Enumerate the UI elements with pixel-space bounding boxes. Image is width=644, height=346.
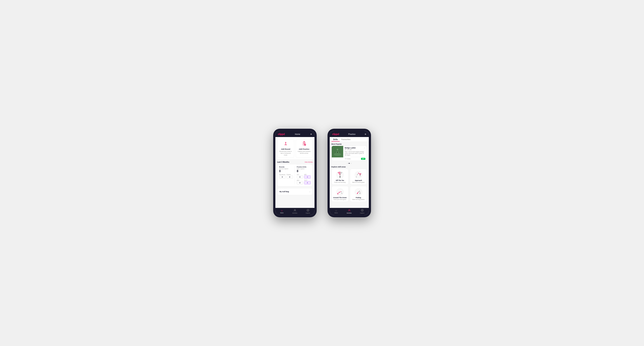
practice-activities-nav-label: Activities bbox=[347, 212, 352, 214]
practice-activities-nav-icon bbox=[348, 209, 350, 212]
dot-3 bbox=[350, 163, 351, 164]
svg-point-26 bbox=[338, 172, 338, 173]
tournament-label: Tournament bbox=[279, 174, 286, 175]
home-bottom-nav: ⌂ Home Activities bbox=[276, 208, 314, 215]
tournament-value: 0 bbox=[279, 175, 286, 178]
add-round-card[interactable]: Add Round Record your shots in fast or e… bbox=[277, 139, 294, 158]
rounds-col: Rounds Rounds Capture 0 Tournament 0 Pra… bbox=[279, 166, 293, 184]
skill-around-the-green[interactable]: Around The Green Hone your short game bbox=[332, 186, 348, 202]
rounds-capture-label: Rounds Capture bbox=[279, 168, 293, 170]
golf-bag-title: My Golf Bag bbox=[280, 191, 289, 192]
rounds-sub-stats: Tournament 0 Practice 0 bbox=[279, 174, 293, 178]
drill-card[interactable]: Wedge Ladder 50–100 yds ☆ Play 1 shot at… bbox=[332, 146, 367, 161]
svg-point-41 bbox=[360, 176, 361, 176]
practice-capture-nav-label: Capture bbox=[360, 212, 364, 214]
app-label: APP bbox=[304, 174, 310, 175]
practice-stat: Practice 0 bbox=[286, 174, 293, 178]
tournament-stat: Tournament 0 bbox=[279, 174, 286, 178]
home-screen: clippd Home ≡ bbox=[276, 131, 314, 215]
clock-icon: ⏱ bbox=[345, 158, 346, 160]
view-activity-link[interactable]: View Activity bbox=[304, 161, 312, 163]
drill-badge: APP bbox=[361, 158, 365, 160]
add-practice-desc: Capture your practice off-the-course bbox=[297, 151, 311, 154]
golf-bag-row[interactable]: My Golf Bag › bbox=[277, 188, 313, 195]
svg-marker-2 bbox=[285, 142, 286, 143]
drills-col: Practice Drills Drills Capture 8 OTT 0 A… bbox=[297, 166, 311, 184]
nav-activities[interactable]: Activities bbox=[288, 209, 302, 214]
around-the-green-desc: Hone your short game bbox=[334, 199, 346, 200]
dot-1 bbox=[347, 163, 348, 164]
svg-point-57 bbox=[360, 193, 360, 194]
capture-nav-label: Capture bbox=[306, 212, 310, 214]
putting-icon bbox=[354, 188, 362, 196]
rounds-title: Rounds bbox=[279, 166, 293, 168]
svg-rect-3 bbox=[284, 145, 287, 145]
drill-header: Wedge Ladder 50–100 yds ☆ bbox=[345, 147, 365, 151]
home-menu-icon[interactable]: ≡ bbox=[310, 133, 312, 136]
stats-card: Rounds Rounds Capture 0 Tournament 0 Pra… bbox=[277, 164, 313, 186]
arg-label: ARG bbox=[297, 180, 303, 181]
drill-shots: ⏱ 9 shots bbox=[345, 158, 351, 160]
practice-content: Most Popular bbox=[330, 142, 369, 208]
skill-approach[interactable]: Approach Dial-in to hit the green bbox=[350, 169, 367, 184]
skill-off-the-tee[interactable]: Off The Tee Power and accuracy bbox=[332, 169, 348, 184]
home-nav-label: Home bbox=[280, 212, 284, 213]
phone-practice: clippd Practice ≡ Drills Favourites Most… bbox=[328, 129, 371, 217]
drill-footer: ⏱ 9 shots APP bbox=[343, 157, 367, 161]
svg-point-28 bbox=[340, 172, 340, 173]
ott-stat: OTT 0 bbox=[297, 174, 303, 178]
drill-yardage: 50–100 yds bbox=[345, 149, 356, 150]
add-round-title: Add Round bbox=[281, 148, 290, 150]
activities-nav-icon bbox=[294, 209, 296, 212]
golf-bag-chevron: › bbox=[310, 190, 310, 193]
putting-desc: Make and lag practice bbox=[352, 199, 364, 200]
drill-desc: Play 1 shot at each target yardage. If y… bbox=[345, 151, 365, 156]
svg-point-33 bbox=[355, 171, 362, 178]
tab-drills[interactable]: Drills bbox=[332, 137, 340, 142]
drills-sub-stats: OTT 0 APP 4 bbox=[297, 174, 311, 178]
add-round-icon bbox=[283, 141, 288, 147]
add-practice-icon bbox=[302, 141, 307, 147]
svg-point-17 bbox=[337, 149, 338, 150]
nav-home[interactable]: ⌂ Home bbox=[276, 209, 288, 214]
svg-rect-5 bbox=[304, 142, 305, 142]
arg-value: 0 bbox=[297, 181, 303, 184]
tab-favourites[interactable]: Favourites bbox=[340, 137, 352, 142]
activity-section-title: Last 3 Months bbox=[277, 161, 289, 163]
practice-nav-activities[interactable]: Activities bbox=[343, 209, 356, 214]
home-title: Home bbox=[295, 133, 300, 135]
practice-nav-home[interactable]: ⌂ Home bbox=[330, 209, 343, 214]
home-logo: clippd bbox=[278, 133, 285, 136]
drill-card-body: Wedge Ladder 50–100 yds ☆ Play 1 shot at… bbox=[343, 146, 367, 161]
nav-capture[interactable]: Capture bbox=[302, 209, 314, 214]
skill-putting[interactable]: Putting Make and lag practice bbox=[350, 186, 367, 202]
ott-label: OTT bbox=[297, 174, 303, 175]
carousel-dots bbox=[330, 162, 369, 165]
practice-menu-icon[interactable]: ≡ bbox=[365, 133, 366, 136]
drills-value: 8 bbox=[297, 170, 311, 173]
phones-container: clippd Home ≡ bbox=[273, 129, 371, 217]
home-nav-icon: ⌂ bbox=[281, 209, 282, 212]
explore-label: Explore skill areas bbox=[330, 165, 369, 169]
drills-sub-stats-2: ARG 0 PUTT 4 bbox=[297, 180, 311, 184]
practice-bottom-nav: ⌂ Home Activities bbox=[330, 208, 369, 215]
practice-header: clippd Practice ≡ bbox=[330, 131, 369, 137]
around-the-green-icon bbox=[336, 188, 344, 196]
ott-value: 0 bbox=[297, 175, 303, 178]
drills-title: Practice Drills bbox=[297, 166, 311, 168]
quick-actions: Add Round Record your shots in fast or e… bbox=[276, 137, 314, 159]
app-stat: APP 4 bbox=[304, 174, 310, 178]
practice-tabs: Drills Favourites bbox=[330, 137, 369, 142]
arg-stat: ARG 0 bbox=[297, 180, 303, 184]
drill-star-icon[interactable]: ☆ bbox=[364, 147, 365, 149]
practice-nav-capture[interactable]: Capture bbox=[356, 209, 369, 214]
practice-label: Practice bbox=[286, 174, 293, 175]
add-practice-card[interactable]: Add Practice Capture your practice off-t… bbox=[296, 139, 313, 158]
putting-name: Putting bbox=[356, 197, 361, 198]
svg-point-27 bbox=[339, 172, 340, 173]
dot-2 bbox=[349, 163, 350, 164]
approach-desc: Dial-in to hit the green bbox=[352, 182, 364, 183]
skill-grid: Off The Tee Power and accuracy bbox=[330, 169, 369, 203]
practice-capture-nav-icon bbox=[361, 209, 364, 212]
off-the-tee-desc: Power and accuracy bbox=[334, 182, 346, 183]
